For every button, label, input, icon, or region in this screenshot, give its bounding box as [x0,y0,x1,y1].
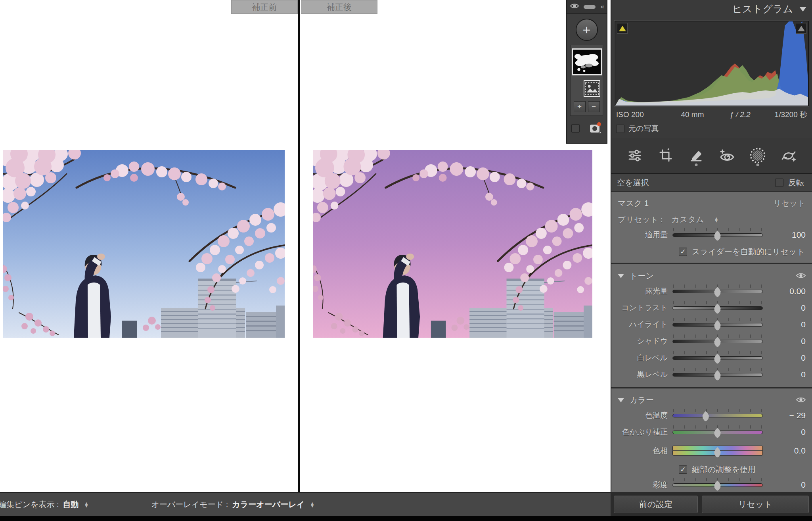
exposure-slider-row: 露光量 0.00 [616,283,807,300]
amount-value[interactable]: 100 [763,230,807,240]
saturation-slider[interactable] [672,478,763,492]
color-collapse-icon[interactable] [618,398,624,402]
photo-after[interactable] [313,150,592,338]
blacks-slider-row: 黒レベル 0 [616,366,807,383]
contrast-value[interactable]: 0 [763,303,807,313]
edit-pins-stepper[interactable] [84,502,89,508]
original-photo-checkbox[interactable] [616,125,624,133]
highlight-clipping-indicator[interactable] [796,23,806,34]
mask1-thumbnail[interactable] [572,48,602,75]
shadows-value[interactable]: 0 [763,336,807,346]
whites-slider-row: 白レベル 0 [616,350,807,366]
auto-reset-checkbox[interactable] [679,248,687,256]
shadows-slider[interactable] [672,335,763,348]
temperature-label: 色温度 [616,410,672,421]
compare-divider [298,0,300,492]
preset-value[interactable]: カスタム [671,214,704,225]
minus-glyph: − [592,102,596,111]
shutter-value: 1/3200 秒 [763,110,807,120]
whites-slider[interactable] [672,351,763,365]
exif-readout: ISO 200 40 mm ƒ / 2.2 1/3200 秒 [611,106,812,120]
highlights-value[interactable]: 0 [763,320,807,329]
invert-checkbox[interactable] [775,179,783,187]
highlights-slider[interactable] [672,318,763,331]
hue-slider[interactable] [672,444,763,458]
color-title: カラー [630,395,654,406]
tint-label: 色かぶり補正 [616,427,672,437]
exposure-value[interactable]: 0.00 [763,286,807,296]
amount-slider[interactable] [672,228,763,242]
reset-label: リセット [738,499,772,510]
blacks-label: 黒レベル [616,369,672,380]
temperature-slider[interactable] [672,409,763,422]
hue-label: 色相 [616,446,672,456]
whites-label: 白レベル [616,353,672,363]
blacks-slider[interactable] [672,368,763,381]
presets-tool-button[interactable] [779,144,798,167]
crop-tool-button[interactable] [657,144,675,167]
hue-slider-row: 色相 0.0 [616,440,807,461]
mask-settings-section: マスク 1 リセット プリセット : カスタム 適用量 100 スライダーを自動… [611,192,812,264]
saturation-value[interactable]: 0 [763,480,807,490]
whites-value[interactable]: 0 [763,353,807,363]
tone-collapse-icon[interactable] [618,274,624,278]
highlights-label: ハイライト [616,319,672,330]
tone-visibility-eye-icon[interactable] [796,271,806,281]
after-label: 補正後 [327,2,352,13]
overlay-mode-value[interactable]: カラーオーバーレイ [232,499,304,510]
tint-slider[interactable] [672,425,763,439]
mask-add-component-button[interactable]: + [574,101,586,112]
detail-adjust-label: 細部の調整を使用 [692,464,756,475]
add-mask-button[interactable]: + [576,19,598,41]
collapse-panel-icon[interactable]: « [601,3,603,11]
compare-canvas: 補正前 補正後 [0,0,611,492]
exposure-slider[interactable] [672,285,763,298]
color-section: カラー 色温度 − 29 色かぶり補正 0 [611,388,812,497]
mask-overlay-mode-icon[interactable] [589,121,602,135]
preset-stepper[interactable] [714,217,718,223]
healing-tool-button[interactable] [687,144,705,167]
photo-before[interactable] [3,150,285,338]
edit-sliders-tool-button[interactable] [626,144,644,167]
mask-name: マスク 1 [618,198,649,209]
preset-label: プリセット : [618,214,663,225]
tool-strip [611,138,812,174]
shadow-clipping-indicator[interactable] [617,23,628,34]
tint-slider-row: 色かぶり補正 0 [616,424,807,440]
contrast-slider[interactable] [672,301,763,315]
masks-visibility-eye-icon[interactable] [570,3,579,10]
saturation-slider-row: 彩度 0 [616,477,807,493]
edit-pins-value[interactable]: 自動 [63,499,79,510]
contrast-label: コントラスト [616,303,672,313]
invert-label: 反転 [788,177,804,188]
overlay-mode-stepper[interactable] [310,502,314,508]
iso-value: ISO 200 [616,110,668,119]
temperature-value[interactable]: − 29 [763,411,807,420]
histogram-collapse-icon[interactable] [799,7,806,12]
plus-glyph: + [577,102,582,111]
after-label-badge: 補正後 [301,0,377,14]
masking-tool-button[interactable] [749,144,767,167]
amount-label: 適用量 [616,230,672,240]
blacks-value[interactable]: 0 [763,370,807,379]
reset-button[interactable]: リセット [702,496,809,513]
hue-value[interactable]: 0.0 [763,446,807,456]
edit-pins-label: 編集ピンを表示 : [0,499,59,510]
mask-overlay-checkbox[interactable] [571,124,580,133]
tint-value[interactable]: 0 [763,427,807,437]
color-visibility-eye-icon[interactable] [796,396,806,405]
mask-subtract-component-button[interactable]: − [588,101,600,112]
histogram-header[interactable]: ヒストグラム [611,0,812,18]
mask-list: + − [570,45,603,116]
histogram-plot[interactable] [615,21,809,106]
previous-settings-label: 前の設定 [639,499,673,510]
mask-type-row: 空を選択 反転 [611,174,812,192]
masks-panel-drag-handle[interactable] [584,5,596,9]
detail-adjust-checkbox[interactable] [679,465,687,474]
mask1-component-thumbnail[interactable] [584,80,600,97]
red-eye-tool-button[interactable] [718,144,736,167]
mask-reset-button[interactable]: リセット [773,198,806,209]
healing-edit-dot [695,163,698,166]
previous-settings-button[interactable]: 前の設定 [614,496,698,513]
amount-slider-row: 適用量 100 [616,227,807,243]
